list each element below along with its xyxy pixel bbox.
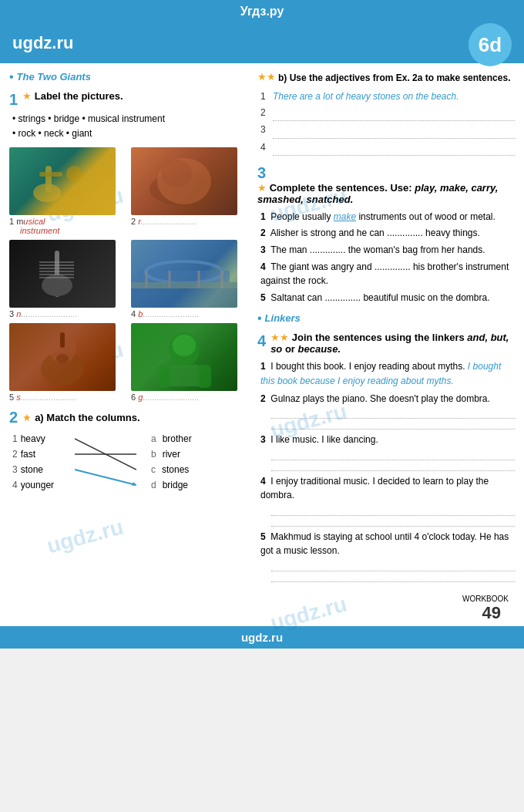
ex2b-items: 1 There are a lot of heavy stones on the… bbox=[260, 89, 515, 156]
svg-rect-28 bbox=[169, 365, 200, 386]
ex2b-stars: ★★ bbox=[257, 71, 276, 83]
svg-rect-1 bbox=[45, 166, 52, 193]
img-cell-5: 5 s........................ bbox=[9, 323, 126, 402]
exercise-1: 1 ★ Label the pictures. • strings • brid… bbox=[9, 90, 248, 402]
ex2b-item-1: 1 There are a lot of heavy stones on the… bbox=[260, 89, 515, 104]
ex2b-instruction: b) Use the adjectives from Ex. 2a to mak… bbox=[278, 71, 515, 85]
ex4-item-2: 2 Gulnaz plays the piano. She doesn't pl… bbox=[260, 392, 515, 430]
ex4-item-5: 5 Makhmud is staying at school until 4 o… bbox=[260, 530, 515, 582]
ex4-header: 4 ★★ Join the sentences using the linker… bbox=[257, 332, 515, 355]
img-violin bbox=[9, 323, 116, 391]
img5-label: 5 s........................ bbox=[9, 393, 126, 402]
header-logo: ugdz.ru bbox=[12, 33, 73, 53]
svg-rect-2 bbox=[39, 172, 62, 177]
img4-label: 4 b........................ bbox=[131, 309, 248, 318]
match-item-4: 4younger bbox=[12, 477, 74, 493]
svg-rect-31 bbox=[197, 365, 211, 388]
img-bridge bbox=[131, 240, 237, 308]
workbook-label: WORKBOOK bbox=[462, 595, 509, 603]
img2-label: 2 r........................ bbox=[131, 217, 248, 226]
header-bar: ugdz.ru 6d bbox=[0, 23, 524, 63]
img-guitar bbox=[9, 240, 116, 308]
ex3-num: 3 bbox=[257, 163, 266, 182]
ex3-items: 1 People usually make instruments out of… bbox=[260, 210, 515, 305]
exercise-2: 2 ★ a) Match the columns. 1heavy 2fast 3… bbox=[9, 408, 248, 493]
ex3-item-2: 2 Alisher is strong and he can .........… bbox=[260, 226, 515, 241]
linkers-section: • Linkers 4 ★★ Join the sentences using … bbox=[257, 312, 515, 582]
images-grid: 1 musicalinstrument bbox=[9, 147, 248, 402]
img6-label: 6 g........................ bbox=[131, 393, 248, 402]
match-item-2: 2fast bbox=[12, 446, 74, 462]
ex2-star: ★ bbox=[22, 412, 32, 423]
match-right-1: abrother bbox=[151, 431, 213, 446]
img3-label: 3 n........................ bbox=[9, 309, 126, 318]
match-arrows-svg bbox=[75, 431, 136, 493]
ex3-item-4: 4 The giant was angry and ..............… bbox=[260, 260, 515, 288]
ex2b-header: ★★ b) Use the adjectives from Ex. 2a to … bbox=[257, 71, 515, 85]
ex3-star: ★ bbox=[257, 182, 267, 194]
right-column: ★★ b) Use the adjectives from Ex. 2a to … bbox=[257, 71, 515, 585]
ex4-label: Join the sentences using the linkers and… bbox=[270, 332, 509, 355]
img-cell-1: 1 musicalinstrument bbox=[9, 147, 126, 235]
top-bar-text: Угдз.ру bbox=[240, 5, 284, 18]
match-item-1: 1heavy bbox=[12, 431, 74, 446]
svg-point-26 bbox=[56, 354, 69, 363]
ex1-star: ★ bbox=[22, 90, 32, 102]
ex4-items: 1 I bought this book. I enjoy reading ab… bbox=[260, 359, 515, 582]
img-cell-3: 3 n........................ bbox=[9, 240, 126, 318]
ex2-label: a) Match the columns. bbox=[35, 412, 140, 423]
section-title-text: The Two Giants bbox=[17, 71, 91, 83]
ex1-num: 1 bbox=[9, 90, 18, 109]
ex4-num: 4 bbox=[257, 332, 266, 350]
ex4-item-3: 3 I like music. I like dancing. bbox=[260, 433, 515, 471]
ex1-words-line2: • rock • neck • giant bbox=[12, 126, 248, 141]
ex2-header: 2 ★ a) Match the columns. bbox=[9, 408, 248, 426]
ex1-words-line1: • strings • bridge • musical instrument bbox=[12, 112, 248, 126]
ex2b-item-3: 3 bbox=[260, 123, 515, 138]
ex4-item-4: 4 I enjoy traditional music. I decided t… bbox=[260, 474, 515, 527]
img-rock bbox=[131, 147, 237, 215]
ex2b-item-2: 2 bbox=[260, 106, 515, 121]
img-hulk bbox=[131, 323, 237, 391]
svg-rect-25 bbox=[60, 332, 65, 348]
img-trumpet bbox=[9, 147, 116, 215]
ex3-header: 3 ★ Complete the sentences. Use: play, m… bbox=[257, 163, 515, 205]
svg-point-29 bbox=[173, 335, 196, 356]
svg-point-6 bbox=[161, 160, 192, 187]
exercise-2b: ★★ b) Use the adjectives from Ex. 2a to … bbox=[257, 71, 515, 156]
svg-point-3 bbox=[66, 166, 82, 181]
page-footer: WORKBOOK 49 bbox=[0, 593, 524, 626]
ex2b-item-4: 4 bbox=[260, 140, 515, 156]
ex4-stars: ★★ bbox=[270, 332, 289, 343]
page-num: 49 bbox=[462, 603, 501, 623]
ex2-num: 2 bbox=[9, 408, 18, 426]
img-cell-6: 6 g........................ bbox=[131, 323, 248, 402]
left-column: • The Two Giants 1 ★ Label the pictures.… bbox=[9, 71, 248, 585]
bullet-dot: • bbox=[9, 71, 14, 83]
match-item-3: 3stone bbox=[12, 462, 74, 477]
svg-line-34 bbox=[75, 470, 136, 485]
linkers-title: • Linkers bbox=[257, 312, 515, 329]
img-cell-4: 4 b........................ bbox=[131, 240, 248, 318]
ex1-label: Label the pictures. bbox=[35, 90, 123, 102]
match-columns: 1heavy 2fast 3stone 4younger bbox=[9, 431, 248, 493]
exercise-3: 3 ★ Complete the sentences. Use: play, m… bbox=[257, 163, 515, 305]
match-left-col: 1heavy 2fast 3stone 4younger bbox=[12, 431, 74, 493]
ex3-item-1: 1 People usually make instruments out of… bbox=[260, 210, 515, 224]
top-bar: Угдз.ру bbox=[0, 0, 524, 23]
ex1-words: • strings • bridge • musical instrument … bbox=[12, 112, 248, 141]
linkers-bullet: • bbox=[257, 312, 262, 325]
img1-label: 1 musicalinstrument bbox=[9, 217, 126, 235]
match-right-col: abrother briver cstones dbridge bbox=[151, 431, 213, 493]
badge: 6d bbox=[469, 23, 512, 66]
section-title-left: • The Two Giants bbox=[9, 71, 248, 87]
match-right-3: cstones bbox=[151, 462, 213, 477]
footer-text: ugdz.ru bbox=[241, 631, 283, 644]
ex3-item-3: 3 The man .............. the woman's bag… bbox=[260, 243, 515, 258]
ex3-label: Complete the sentences. Use: play, make,… bbox=[257, 182, 498, 205]
svg-rect-30 bbox=[157, 365, 171, 388]
linkers-title-text: Linkers bbox=[265, 312, 301, 324]
ex3-item-5: 5 Saltanat can .............. beautiful … bbox=[260, 291, 515, 305]
footer-bar: ugdz.ru bbox=[0, 626, 524, 649]
match-right-2: briver bbox=[151, 446, 213, 462]
